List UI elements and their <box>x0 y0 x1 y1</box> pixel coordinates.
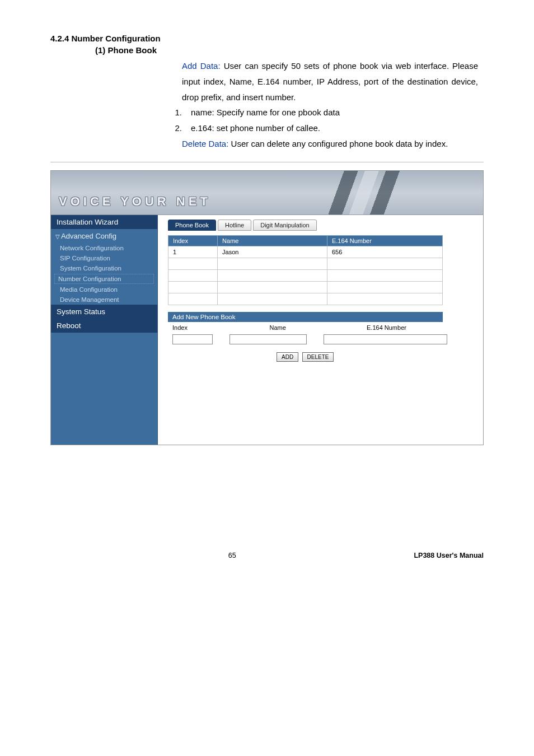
add-label-e164: E.164 Number <box>367 324 447 331</box>
list-item: 1. name: Specify name for one pbook data <box>165 105 484 120</box>
sidebar-item-system-config[interactable]: System Configuration <box>51 263 157 273</box>
screenshot-container: VOICE YOUR NET Installation Wizard Advan… <box>50 170 484 445</box>
add-button[interactable]: ADD <box>277 352 298 362</box>
sidebar-item-install-wizard[interactable]: Installation Wizard <box>51 215 157 229</box>
e164-input[interactable] <box>324 334 447 344</box>
add-data-text: User can specify 50 sets of phone book v… <box>182 61 478 102</box>
col-header-e164: E.164 Number <box>327 235 442 246</box>
table-row[interactable]: 1 Jason 656 <box>168 246 443 258</box>
col-header-name: Name <box>218 235 327 246</box>
add-label-name: Name <box>270 324 350 331</box>
cell-name: Jason <box>218 246 327 258</box>
cell-e164: 656 <box>327 246 442 258</box>
sidebar-item-system-status[interactable]: System Status <box>51 305 157 319</box>
list-text: e.164: set phone number of callee. <box>191 120 320 136</box>
tab-bar: Phone Book Hotline Digit Manipulation <box>168 220 473 231</box>
tab-phone-book[interactable]: Phone Book <box>168 220 216 231</box>
add-label-index: Index <box>172 324 253 331</box>
index-input[interactable] <box>172 334 213 344</box>
sidebar-item-number-config[interactable]: Number Configuration <box>54 274 154 284</box>
list-item: 2. e.164: set phone number of callee. <box>165 120 484 136</box>
sidebar-item-media-config[interactable]: Media Configuration <box>51 284 157 295</box>
delete-button[interactable]: DELETE <box>302 352 334 362</box>
table-row <box>168 258 443 269</box>
banner: VOICE YOUR NET <box>51 171 483 215</box>
sidebar-item-sip-config[interactable]: SIP Configuration <box>51 253 157 263</box>
delete-data-text: User can delete any configured phone boo… <box>231 139 448 148</box>
name-input[interactable] <box>229 334 307 344</box>
table-row <box>168 293 443 305</box>
tab-hotline[interactable]: Hotline <box>218 220 251 231</box>
sidebar-item-device-mgmt[interactable]: Device Management <box>51 295 157 305</box>
banner-graphic <box>282 171 405 214</box>
sidebar-item-advanced-config[interactable]: Advanced Config <box>51 229 157 243</box>
list-number: 2. <box>165 120 191 136</box>
cell-index: 1 <box>168 246 218 258</box>
section-heading: 4.2.4 Number Configuration <box>50 34 484 43</box>
phone-book-table: Index Name E.164 Number 1 Jason 656 <box>168 235 443 305</box>
divider <box>50 162 484 162</box>
banner-text: VOICE YOUR NET <box>59 194 211 209</box>
table-row <box>168 281 443 293</box>
table-row <box>168 269 443 281</box>
col-header-index: Index <box>168 235 218 246</box>
add-section-inputs <box>168 333 452 346</box>
add-data-paragraph: Add Data: User can specify 50 sets of ph… <box>182 58 478 105</box>
content-pane: Phone Book Hotline Digit Manipulation In… <box>158 215 483 445</box>
list-number: 1. <box>165 105 191 120</box>
list-text: name: Specify name for one pbook data <box>191 105 340 120</box>
sidebar-item-network-config[interactable]: Network Configuration <box>51 243 157 253</box>
tab-digit-manipulation[interactable]: Digit Manipulation <box>253 220 316 231</box>
sidebar-item-reboot[interactable]: Reboot <box>51 319 157 333</box>
page-number: 65 <box>228 552 236 559</box>
add-section-header: Add New Phone Book <box>168 312 443 322</box>
sidebar: Installation Wizard Advanced Config Netw… <box>51 215 158 445</box>
delete-data-paragraph: Delete Data: User can delete any configu… <box>182 136 478 152</box>
manual-title: LP388 User's Manual <box>414 552 484 559</box>
add-section-labels: Index Name E.164 Number <box>168 322 452 333</box>
add-data-label: Add Data: <box>182 61 224 71</box>
delete-data-label: Delete Data: <box>182 139 231 148</box>
sub-heading: (1) Phone Book <box>95 45 484 55</box>
